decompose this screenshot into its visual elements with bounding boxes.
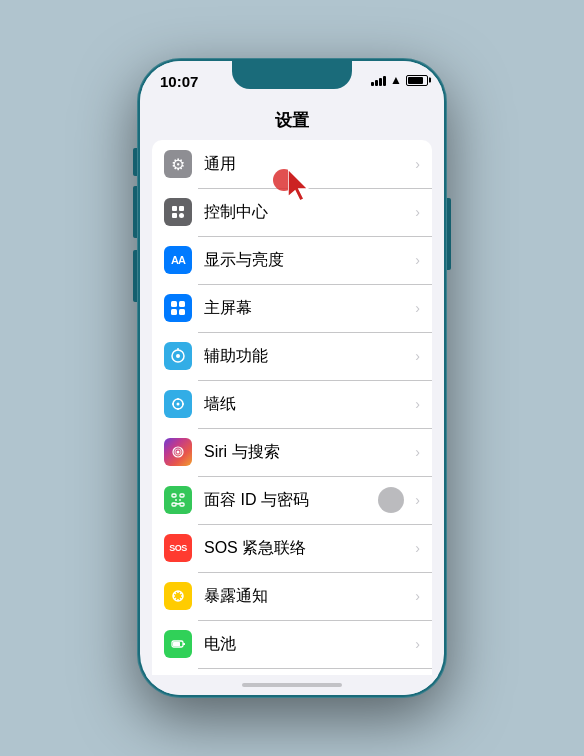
status-icons: ▲ bbox=[371, 73, 428, 87]
baolu-icon bbox=[164, 582, 192, 610]
svg-rect-6 bbox=[179, 301, 185, 307]
svg-rect-38 bbox=[183, 643, 185, 645]
diandian-item[interactable]: 电池 › bbox=[152, 620, 432, 668]
bizhi-item[interactable]: 墙纸 › bbox=[152, 380, 432, 428]
tongyong-chevron: › bbox=[415, 156, 420, 172]
volume-up-button[interactable] bbox=[133, 186, 137, 238]
zhupingmu-icon bbox=[164, 294, 192, 322]
svg-rect-23 bbox=[172, 503, 176, 506]
svg-point-4 bbox=[179, 213, 184, 218]
sos-label: SOS 紧急联络 bbox=[204, 538, 411, 559]
svg-rect-37 bbox=[173, 642, 180, 646]
power-button[interactable] bbox=[447, 198, 451, 270]
yinsi-item[interactable]: 隐私 › bbox=[152, 668, 432, 675]
sos-icon: SOS bbox=[164, 534, 192, 562]
svg-line-34 bbox=[180, 593, 181, 594]
diandian-label: 电池 bbox=[204, 634, 411, 655]
bottom-bar bbox=[140, 675, 444, 695]
general-section: ⚙ 通用 › 控制中心 › AA 显示与亮度 › bbox=[152, 140, 432, 675]
svg-rect-7 bbox=[171, 309, 177, 315]
svg-rect-5 bbox=[171, 301, 177, 307]
fuzu-item[interactable]: 辅助功能 › bbox=[152, 332, 432, 380]
page-header: 设置 bbox=[140, 105, 444, 140]
xianshi-item[interactable]: AA 显示与亮度 › bbox=[152, 236, 432, 284]
xianshi-chevron: › bbox=[415, 252, 420, 268]
kongzhi-chevron: › bbox=[415, 204, 420, 220]
kongzhi-label: 控制中心 bbox=[204, 202, 411, 223]
zhupingmu-item[interactable]: 主屏幕 › bbox=[152, 284, 432, 332]
signal-icon bbox=[371, 74, 386, 86]
svg-rect-3 bbox=[172, 213, 177, 218]
bizhi-chevron: › bbox=[415, 396, 420, 412]
svg-rect-1 bbox=[172, 206, 177, 211]
tongyong-label: 通用 bbox=[204, 154, 411, 175]
cursor-dot bbox=[273, 169, 295, 191]
siri-chevron: › bbox=[415, 444, 420, 460]
zhupingmu-label: 主屏幕 bbox=[204, 298, 411, 319]
zhupingmu-chevron: › bbox=[415, 300, 420, 316]
xianshi-label: 显示与亮度 bbox=[204, 250, 411, 271]
home-indicator[interactable] bbox=[242, 683, 342, 687]
sos-item[interactable]: SOS SOS 紧急联络 › bbox=[152, 524, 432, 572]
svg-line-35 bbox=[175, 598, 176, 599]
svg-point-13 bbox=[177, 403, 180, 406]
baolu-chevron: › bbox=[415, 588, 420, 604]
faceid-chevron: › bbox=[415, 492, 420, 508]
svg-rect-8 bbox=[179, 309, 185, 315]
notch bbox=[232, 61, 352, 89]
diandian-icon bbox=[164, 630, 192, 658]
svg-point-10 bbox=[176, 354, 180, 358]
faceid-circle-overlay bbox=[378, 487, 404, 513]
volume-down-button[interactable] bbox=[133, 250, 137, 302]
svg-point-20 bbox=[177, 451, 180, 454]
fuzu-chevron: › bbox=[415, 348, 420, 364]
fuzu-label: 辅助功能 bbox=[204, 346, 411, 367]
baolu-label: 暴露通知 bbox=[204, 586, 411, 607]
siri-icon bbox=[164, 438, 192, 466]
svg-rect-21 bbox=[172, 494, 176, 497]
baolu-item[interactable]: 暴露通知 › bbox=[152, 572, 432, 620]
faceid-icon bbox=[164, 486, 192, 514]
battery-icon bbox=[406, 75, 428, 86]
phone-frame: 10:07 ▲ 设置 bbox=[137, 58, 447, 698]
phone-screen: 10:07 ▲ 设置 bbox=[140, 61, 444, 695]
diandian-chevron: › bbox=[415, 636, 420, 652]
page-title: 设置 bbox=[275, 111, 309, 130]
wifi-icon: ▲ bbox=[390, 73, 402, 87]
kongzhi-item[interactable]: 控制中心 › bbox=[152, 188, 432, 236]
tongyong-icon: ⚙ bbox=[164, 150, 192, 178]
mute-button[interactable] bbox=[133, 148, 137, 176]
svg-rect-2 bbox=[179, 206, 184, 211]
settings-list: ⚙ 通用 › 控制中心 › AA 显示与亮度 › bbox=[140, 140, 444, 675]
xianshi-icon: AA bbox=[164, 246, 192, 274]
bizhi-label: 墙纸 bbox=[204, 394, 411, 415]
siri-label: Siri 与搜索 bbox=[204, 442, 411, 463]
sos-chevron: › bbox=[415, 540, 420, 556]
svg-line-33 bbox=[180, 598, 181, 599]
bizhi-icon bbox=[164, 390, 192, 418]
svg-rect-24 bbox=[180, 503, 184, 506]
faceid-item[interactable]: 面容 ID 与密码 › bbox=[152, 476, 432, 524]
svg-line-32 bbox=[175, 593, 176, 594]
kongzhi-icon bbox=[164, 198, 192, 226]
fuzu-icon bbox=[164, 342, 192, 370]
svg-rect-22 bbox=[180, 494, 184, 497]
siri-item[interactable]: Siri 与搜索 › bbox=[152, 428, 432, 476]
